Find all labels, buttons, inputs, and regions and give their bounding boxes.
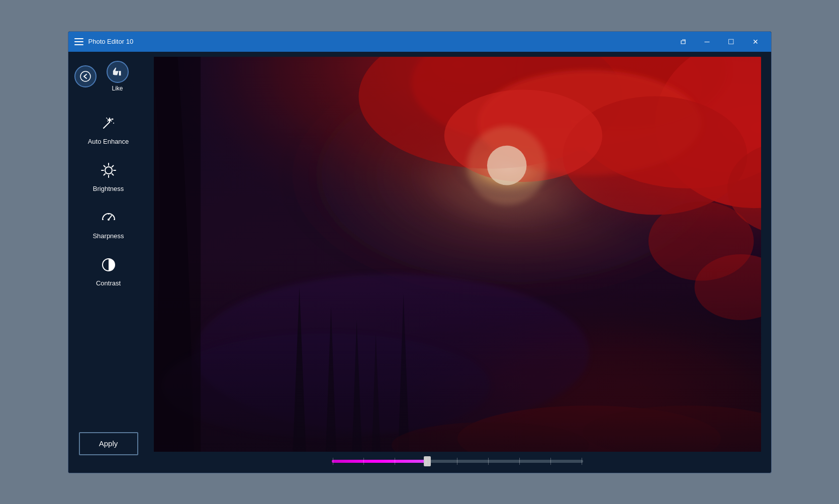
tool-auto-enhance[interactable]: Auto Enhance xyxy=(68,111,149,148)
svg-point-7 xyxy=(106,118,107,119)
svg-point-18 xyxy=(108,219,110,221)
svg-point-5 xyxy=(112,118,113,120)
sidebar: Like xyxy=(68,52,149,473)
sidebar-tools: Auto Enhance xyxy=(68,111,149,290)
tool-contrast[interactable]: Contrast xyxy=(68,253,149,290)
close-button[interactable]: ✕ xyxy=(744,34,767,50)
titlebar: Photo Editor 10 ─ ☐ ✕ xyxy=(68,32,771,52)
svg-line-13 xyxy=(104,165,105,167)
svg-line-1 xyxy=(104,122,110,128)
svg-line-16 xyxy=(104,173,105,175)
sharpness-label: Sharpness xyxy=(92,232,124,240)
slider-ticks xyxy=(332,458,583,465)
back-button[interactable] xyxy=(74,65,97,87)
contrast-icon xyxy=(100,256,118,276)
app-window: Photo Editor 10 ─ ☐ ✕ xyxy=(68,31,772,473)
minimize-button[interactable]: ─ xyxy=(696,34,719,50)
sharpness-icon xyxy=(100,209,118,229)
auto-enhance-label: Auto Enhance xyxy=(88,138,129,145)
slider-area xyxy=(154,460,761,463)
sidebar-top: Like xyxy=(68,57,149,96)
apply-button[interactable]: Apply xyxy=(79,432,138,455)
svg-line-15 xyxy=(112,165,113,167)
photo-area xyxy=(149,52,771,473)
like-button[interactable]: Like xyxy=(107,61,129,92)
slider-track[interactable] xyxy=(332,460,583,463)
svg-point-6 xyxy=(113,123,114,124)
app-title: Photo Editor 10 xyxy=(88,38,134,45)
titlebar-left: Photo Editor 10 xyxy=(74,38,134,45)
svg-point-0 xyxy=(80,71,90,81)
tool-sharpness[interactable]: Sharpness xyxy=(68,206,149,243)
svg-line-14 xyxy=(112,173,113,175)
tool-brightness[interactable]: Brightness xyxy=(68,158,149,195)
contrast-label: Contrast xyxy=(96,279,121,287)
svg-rect-50 xyxy=(154,57,761,452)
photo-container xyxy=(154,57,761,452)
maximize-button[interactable]: ☐ xyxy=(720,34,743,50)
main-content: Like xyxy=(68,52,771,473)
svg-point-8 xyxy=(105,167,112,174)
apply-area: Apply xyxy=(71,425,146,463)
like-label: Like xyxy=(112,85,123,92)
brightness-icon xyxy=(100,161,118,182)
photo-image xyxy=(154,57,761,452)
restore-button[interactable] xyxy=(672,34,695,50)
window-controls: ─ ☐ ✕ xyxy=(672,34,767,50)
like-icon-circle xyxy=(107,61,129,83)
auto-enhance-icon xyxy=(100,114,118,135)
brightness-label: Brightness xyxy=(93,185,124,192)
hamburger-menu[interactable] xyxy=(74,38,83,45)
